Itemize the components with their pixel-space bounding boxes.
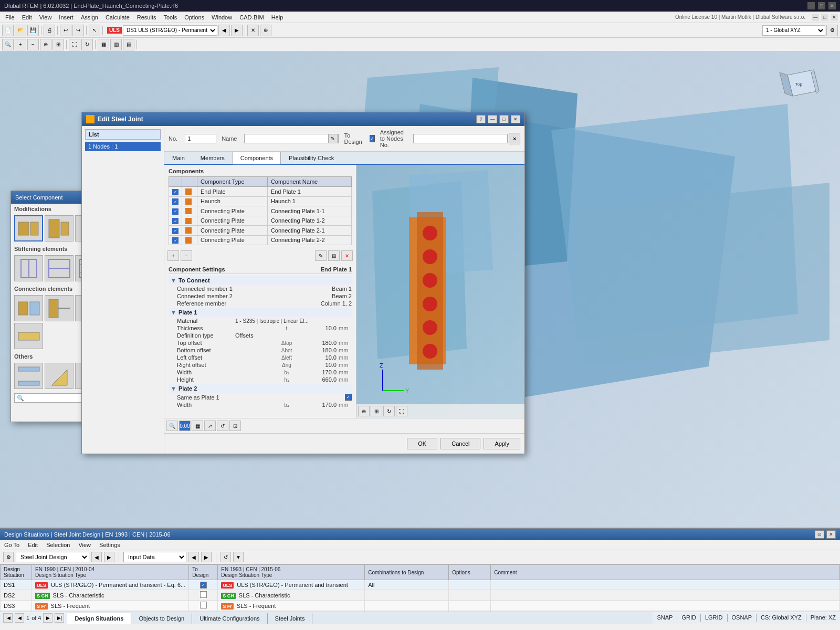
to-design-checkbox[interactable]: ✓ (370, 135, 375, 142)
table-row[interactable]: ✓ Haunch Haunch 1 (169, 196, 352, 206)
tb2-zoom-fit[interactable]: ⛶ (69, 39, 80, 50)
plate1-header[interactable]: ▼ Plate 1 (169, 308, 352, 317)
bt-prev[interactable]: ◀ (91, 552, 102, 562)
tb-new[interactable]: 📄 (2, 25, 14, 36)
ds-row-2[interactable]: DS2 S CH SLS - Characteristic S CH SLS -… (1, 590, 840, 601)
status-grid[interactable]: GRID (677, 614, 700, 622)
menu-edit[interactable]: Edit (19, 13, 35, 22)
tab-components[interactable]: Components (233, 152, 281, 164)
to-connect-header[interactable]: ▼ To Connect (169, 276, 352, 285)
tb-next-case[interactable]: ▶ (231, 25, 243, 36)
bm-selection[interactable]: Selection (44, 541, 72, 549)
mod-thumb-1[interactable] (14, 215, 43, 242)
tb2-btn2[interactable]: + (15, 39, 26, 50)
row-checkbox-1[interactable]: ✓ (172, 189, 178, 195)
row-checkbox-5[interactable]: ✓ (172, 228, 178, 234)
tab-members[interactable]: Members (193, 152, 233, 164)
tb2-btn1[interactable]: 🔍 (2, 39, 14, 50)
btab-steel-joints[interactable]: Steel Joints (268, 613, 313, 624)
menu-insert[interactable]: Insert (56, 13, 77, 22)
conn-thumb-1[interactable] (14, 295, 43, 321)
bt-next2[interactable]: ▶ (201, 552, 212, 562)
page-prev[interactable]: ◀ (15, 613, 24, 623)
conn-thumb-2[interactable] (45, 295, 74, 321)
tb2-view3[interactable]: ▤ (123, 39, 134, 50)
table-row[interactable]: ✓ Connecting Plate Connecting Plate 2-2 (169, 235, 352, 245)
menu-help[interactable]: Help (268, 13, 287, 22)
tb-btn1[interactable]: ✕ (247, 25, 259, 36)
design-combo[interactable]: Steel Joint Design (16, 552, 89, 562)
status-osnap[interactable]: OSNAP (728, 614, 757, 622)
stiff-thumb-2[interactable] (45, 255, 74, 281)
tb-save[interactable]: 💾 (27, 25, 39, 36)
tb-print[interactable]: 🖨 (44, 25, 55, 36)
page-first[interactable]: |◀ (3, 613, 13, 623)
same-as-plate1-checkbox[interactable]: ✓ (345, 394, 352, 401)
bm-edit[interactable]: Edit (26, 541, 40, 549)
vp-btn3[interactable]: ↻ (383, 406, 395, 416)
others-thumb-1[interactable] (14, 363, 43, 389)
row-checkbox-2[interactable]: ✓ (172, 198, 178, 205)
menu-view[interactable]: View (36, 13, 55, 22)
close-btn[interactable]: ✕ (828, 2, 836, 9)
menu-calculate[interactable]: Calculate (102, 13, 133, 22)
row-checkbox-4[interactable]: ✓ (172, 218, 178, 224)
table-row[interactable]: ✓ End Plate End Plate 1 (169, 187, 352, 197)
db-btn6[interactable]: ⊡ (229, 421, 241, 431)
stiff-thumb-1[interactable] (14, 255, 43, 281)
others-thumb-2[interactable] (45, 363, 74, 389)
assigned-nodes-input[interactable]: 1 (413, 134, 508, 143)
tab-plausibility[interactable]: Plausibility Check (281, 152, 342, 164)
status-lgrid[interactable]: LGRID (701, 614, 727, 622)
minimize-btn[interactable]: — (807, 2, 815, 9)
tb-undo[interactable]: ↩ (60, 25, 71, 36)
tb2-btn5[interactable]: ⊞ (52, 39, 64, 50)
bt-next[interactable]: ▶ (104, 552, 114, 562)
app-minimize[interactable]: — (812, 14, 819, 21)
db-btn2[interactable]: 0.00 (179, 421, 191, 431)
tb-prev-case[interactable]: ◀ (218, 25, 230, 36)
dialog-max-btn[interactable]: □ (499, 115, 509, 123)
list-item-1[interactable]: 1 Nodes : 1 (85, 142, 161, 151)
name-edit-btn[interactable]: ✎ (328, 134, 338, 143)
name-input[interactable]: Nodes : 1 (244, 134, 339, 143)
bm-goto[interactable]: Go To (2, 541, 22, 549)
status-snap[interactable]: SNAP (653, 614, 677, 622)
input-data-combo[interactable]: Input Data (123, 552, 186, 562)
db-btn3[interactable]: ▦ (192, 421, 203, 431)
menu-cadbim[interactable]: CAD-BIM (236, 13, 267, 22)
tb2-btn4[interactable]: ⊕ (40, 39, 51, 50)
tb2-btn3[interactable]: − (27, 39, 39, 50)
comp-tb-delete[interactable]: ✕ (341, 250, 353, 261)
bottom-panel-close[interactable]: ✕ (826, 530, 836, 539)
ds3-checkbox[interactable] (200, 602, 207, 608)
dialog-min-btn[interactable]: — (488, 115, 497, 123)
coord-combo[interactable]: 1 - Global XYZ (762, 25, 825, 36)
btab-design-situations[interactable]: Design Situations (67, 613, 131, 624)
bt-filter[interactable]: ▼ (233, 552, 244, 562)
tb-coord-settings[interactable]: ⚙ (826, 25, 838, 36)
bt-prev2[interactable]: ◀ (188, 552, 199, 562)
apply-btn[interactable]: Apply (484, 438, 520, 449)
vp-btn4[interactable]: ⛶ (396, 406, 407, 416)
dialog-help-btn[interactable]: ? (476, 115, 486, 123)
bt-refresh[interactable]: ↺ (220, 552, 231, 562)
menu-options[interactable]: Options (181, 13, 207, 22)
cube-widget[interactable]: Top (777, 59, 827, 109)
dialog-close-btn[interactable]: ✕ (511, 115, 520, 123)
tb-open[interactable]: 📂 (15, 25, 26, 36)
vp-btn2[interactable]: ⊞ (371, 406, 382, 416)
ds1-checkbox[interactable]: ✓ (200, 582, 207, 589)
tb-btn2[interactable]: ⊕ (260, 25, 271, 36)
bt-icon[interactable]: ⚙ (3, 552, 14, 562)
menu-file[interactable]: File (2, 13, 18, 22)
mod-thumb-2[interactable] (45, 215, 74, 242)
page-next[interactable]: ▶ (43, 613, 52, 623)
table-row[interactable]: ✓ Connecting Plate Connecting Plate 1-2 (169, 216, 352, 226)
menu-assign[interactable]: Assign (78, 13, 101, 22)
ok-btn[interactable]: OK (407, 438, 437, 449)
assigned-clear-btn[interactable]: ✕ (509, 133, 520, 144)
tb2-view1[interactable]: ▦ (98, 39, 109, 50)
comp-tb-edit2[interactable]: ⊞ (328, 250, 340, 261)
ds-row-3[interactable]: DS3 S Fr SLS - Frequent S Fr SLS - Frequ… (1, 601, 840, 611)
